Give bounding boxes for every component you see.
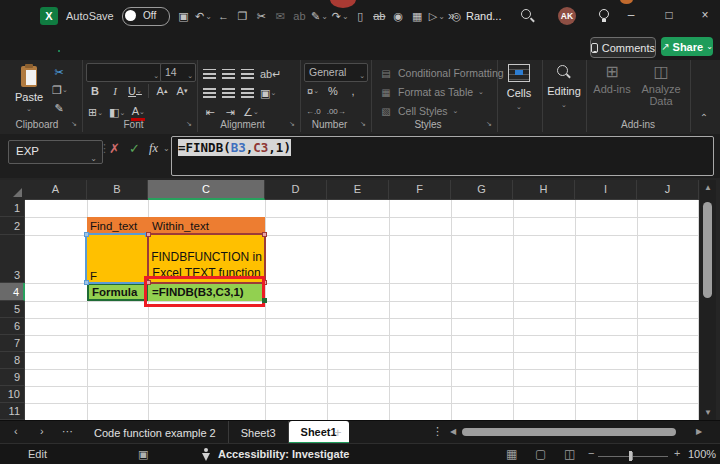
format-as-table-button[interactable]: ▦ Format as Table⌄ [379,84,484,100]
strikethrough-icon[interactable]: ab [372,6,387,26]
excel-logo-icon[interactable]: X [40,7,58,25]
toolbar-overflow-button[interactable]: » [448,9,455,23]
align-center-icon[interactable] [222,88,235,98]
row-header[interactable]: 5 [0,301,25,318]
undo-icon[interactable]: ↶ [195,6,212,26]
ribbon-tab[interactable] [150,41,152,51]
comments-button[interactable]: Comments [590,37,656,58]
percent-icon[interactable]: % [326,84,340,98]
copy-icon[interactable]: ❐ [235,6,250,26]
number-format-combo[interactable]: General⌄ [304,63,368,82]
play-macro-icon[interactable]: ▷ [429,6,445,26]
vertical-scrollbar[interactable]: ▲ ▼ [700,180,716,420]
sheet-tab[interactable]: Sheet3 [229,421,289,444]
zoom-out-button[interactable]: − [588,447,594,459]
hscroll-left-icon[interactable]: ◀ [450,427,456,436]
underline-button[interactable]: U⌄ [128,84,142,98]
row-header[interactable]: 8 [0,352,25,369]
increase-decimal-icon[interactable]: ←.0 [306,104,321,118]
horizontal-scroll-thumb[interactable] [462,428,676,436]
share-button[interactable]: ↗ Share ⌄ [661,37,713,56]
vertical-scroll-thumb[interactable] [703,202,712,298]
ribbon-tab[interactable] [104,41,106,51]
font-dialog-launcher[interactable] [185,121,194,130]
search-icon[interactable] [520,8,536,24]
row-header[interactable]: 3 [0,235,25,283]
cells-area[interactable]: Find_text Within_text F FINDBFUNCTION in… [25,200,699,420]
cell-B4[interactable]: Formula [87,283,148,301]
wrap-text-icon[interactable]: ab↵ [260,67,281,81]
conditional-formatting-button[interactable]: ▤ Conditional Formatting⌄ [379,65,515,81]
all-sheets-icon[interactable]: ⋯ [62,425,74,438]
row-header[interactable]: 7 [0,335,25,352]
font-name-combo[interactable]: ⌄ [86,63,162,82]
zoom-slider-thumb[interactable] [629,451,632,461]
format-painter-icon[interactable]: ✎ [311,6,328,26]
cut-icon[interactable]: ✂ [52,65,66,79]
avatar[interactable]: AK [558,7,576,25]
camera-icon[interactable]: ◉ [391,6,406,26]
clipboard-dialog-launcher[interactable] [70,121,79,130]
minimize-button[interactable]: – [614,0,648,32]
cut-icon[interactable]: ✂ [254,6,269,26]
macro-record-icon[interactable]: ▣ [138,448,148,461]
cell-styles-button[interactable]: ▧ Cell Styles⌄ [379,103,458,119]
name-box[interactable]: EXP⌄ [8,140,103,164]
page-break-view-icon[interactable]: ◫ [564,447,575,461]
hscroll-right-icon[interactable]: ▶ [696,427,702,436]
zoom-level[interactable]: 100% [688,448,716,460]
translate-icon[interactable]: ab [292,6,307,26]
font-size-combo[interactable]: 14⌄ [160,63,196,82]
decrease-decimal-icon[interactable]: .00→ [327,104,346,118]
column-header[interactable]: B [87,180,148,200]
add-sheet-button[interactable]: + [334,425,342,440]
ribbon-tab[interactable] [12,41,14,51]
analyze-data-button[interactable]: ◫ Analyze Data [638,64,684,107]
select-all-corner[interactable] [0,180,26,201]
column-header[interactable]: F [389,180,451,200]
ribbon-tab[interactable] [265,41,267,51]
ribbon-tab[interactable] [242,41,244,51]
addins-button[interactable]: ⊞ Add-ins [590,64,634,95]
insert-function-icon[interactable]: fx [149,141,158,156]
column-header[interactable]: J [637,180,699,200]
back-arrow-icon[interactable]: ← [216,6,231,26]
column-header[interactable]: C [148,180,265,200]
previous-sheet-icon[interactable]: ‹ [14,425,18,437]
alignment-dialog-launcher[interactable] [288,121,297,130]
decrease-indent-icon[interactable]: ⇤ [203,105,217,119]
column-header[interactable]: I [575,180,637,200]
ribbon-tab[interactable] [58,41,60,51]
sheet-tab[interactable]: Code function example 2 [82,421,229,444]
redo-icon[interactable]: ↷ [332,6,349,26]
copy-icon[interactable]: ❐⌄ [52,83,68,97]
ribbon-tab[interactable] [81,41,83,51]
lightbulb-icon[interactable] [596,8,612,24]
row-header[interactable]: 10 [0,386,25,403]
ribbon-tab[interactable] [127,41,129,51]
fill-color-icon[interactable]: ◧⌄ [109,106,125,120]
borders-icon[interactable]: ⊞⌄ [88,106,103,120]
increase-indent-icon[interactable]: ⇥ [223,105,237,119]
column-header[interactable]: G [451,180,513,200]
save-icon[interactable]: ▣ [176,6,191,26]
new-document-icon[interactable]: ▯ [353,6,368,26]
cells-button[interactable]: Cells ⌄ [499,64,539,111]
ribbon-tab[interactable] [219,41,221,51]
format-painter-icon[interactable]: ✎ [52,101,66,115]
align-middle-icon[interactable] [222,69,235,79]
page-layout-view-icon[interactable]: ▢ [535,447,546,461]
column-header[interactable]: E [327,180,389,200]
align-top-icon[interactable] [203,69,216,79]
increase-font-icon[interactable]: A▴ [155,84,169,98]
scroll-up-icon[interactable]: ▲ [700,183,716,192]
close-button[interactable]: × [688,0,720,32]
lookup-sheet-icon[interactable]: ▦ [410,6,425,26]
row-header[interactable]: 9 [0,369,25,386]
function-chevron-icon[interactable]: ⌄ [163,144,170,153]
normal-view-icon[interactable]: ▦ [506,447,517,461]
autosave-toggle[interactable]: Off [122,7,170,26]
ribbon-tab[interactable] [196,41,198,51]
row-header[interactable]: 6 [0,318,25,335]
mail-icon[interactable]: ✉ [273,6,288,26]
